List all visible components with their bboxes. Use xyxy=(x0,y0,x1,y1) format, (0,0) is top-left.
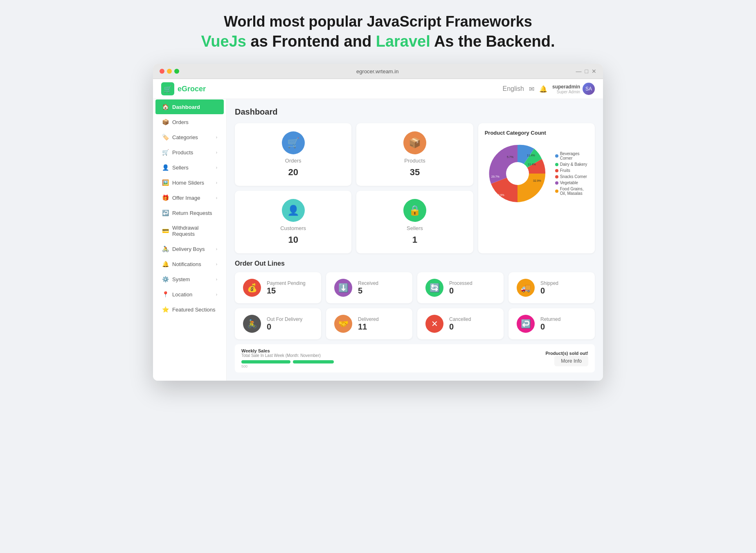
sidebar-item-dashboard[interactable]: 🏠 Dashboard xyxy=(155,99,224,114)
order-info: Cancelled 0 xyxy=(449,316,471,332)
order-info: Shipped 0 xyxy=(540,280,558,296)
svg-point-0 xyxy=(506,162,529,185)
sidebar-label: Offer Image xyxy=(172,195,200,201)
stat-card-orders: 🛒 Orders 20 xyxy=(235,123,351,186)
order-lines-row2: 🚴 Out For Delivery 0 🤝 Delivered 11 ✕ Ca… xyxy=(235,308,595,339)
stat-value: 10 xyxy=(288,235,298,245)
chevron-icon: › xyxy=(216,165,217,170)
dot-minimize[interactable] xyxy=(167,69,172,74)
stat-label: Products xyxy=(404,158,425,164)
browser-chrome: egrocer.wrteam.in — □ ✕ xyxy=(153,64,603,79)
sidebar-label: Home Sliders xyxy=(172,180,204,186)
order-card-shipped: 🚚 Shipped 0 xyxy=(509,272,595,303)
stat-card-customers: 👤 Customers 10 xyxy=(235,191,351,253)
sidebar-item-sellers[interactable]: 👤 Sellers › xyxy=(155,160,224,175)
order-icon: 🚴 xyxy=(243,315,261,333)
stat-icon: 👤 xyxy=(282,199,305,222)
stat-card-sellers: 🔒 Sellers 1 xyxy=(356,191,473,253)
order-icon: ↩️ xyxy=(517,315,535,333)
order-card-delivered: 🤝 Delivered 11 xyxy=(326,308,412,339)
svg-text:22.9%: 22.9% xyxy=(496,194,504,196)
sidebar-item-categories[interactable]: 🏷️ Categories › xyxy=(155,130,224,144)
more-info-button[interactable]: More Info xyxy=(554,356,588,366)
stat-label: Sellers xyxy=(407,225,423,231)
dot-close[interactable] xyxy=(160,69,164,74)
order-value: 0 xyxy=(540,322,560,332)
sidebar-label: Delivery Boys xyxy=(172,246,205,252)
bell-icon[interactable]: 🔔 xyxy=(539,85,547,93)
browser-dots xyxy=(160,69,179,74)
order-label: Cancelled xyxy=(449,316,471,322)
order-card-processed: 🔄 Processed 0 xyxy=(417,272,504,303)
order-icon: 🚚 xyxy=(517,279,535,297)
chevron-icon: › xyxy=(216,135,217,140)
sidebar-label: System xyxy=(172,276,190,282)
sidebar-item-delivery-boys[interactable]: 🚴 Delivery Boys › xyxy=(155,242,224,256)
products-sold-label: Product(s) sold out! xyxy=(419,351,588,356)
sidebar-icon: 🏷️ xyxy=(162,134,169,140)
chevron-icon: › xyxy=(216,262,217,266)
header-line1: World most popular JavaScript Frameworks xyxy=(201,12,555,32)
stat-label: Customers xyxy=(280,225,306,231)
order-label: Payment Pending xyxy=(267,280,306,286)
sidebar-item-home-sliders[interactable]: 🖼️ Home Sliders › xyxy=(155,175,224,190)
sidebar-icon: 👤 xyxy=(162,164,169,171)
order-icon: 🤝 xyxy=(334,315,352,333)
fullscreen-icon[interactable]: □ xyxy=(585,68,588,74)
user-badge: superadmin Super Admin SA xyxy=(552,83,595,95)
logo-area: 🛒 eGrocer xyxy=(161,82,206,95)
sidebar-icon: 📦 xyxy=(162,119,169,125)
chart-title: Product Category Count xyxy=(485,130,588,136)
order-info: Out For Delivery 0 xyxy=(267,316,302,332)
sidebar-label: Categories xyxy=(172,134,198,140)
weekly-bar-2 xyxy=(293,360,334,363)
stat-icon: 📦 xyxy=(403,131,426,154)
laravel-text: Laravel xyxy=(376,33,430,50)
sidebar-item-notifications[interactable]: 🔔 Notifications › xyxy=(155,257,224,271)
order-label: Processed xyxy=(449,280,473,286)
weekly-bar-1 xyxy=(241,360,290,363)
legend-item: Snacks Corner xyxy=(555,174,588,179)
sidebar-label: Withdrawal Requests xyxy=(172,225,217,237)
order-value: 0 xyxy=(449,322,471,332)
email-icon[interactable]: ✉ xyxy=(529,85,534,93)
sidebar-item-orders[interactable]: 📦 Orders xyxy=(155,115,224,129)
username: superadmin xyxy=(552,84,580,90)
dot-maximize[interactable] xyxy=(174,69,179,74)
sidebar-item-offer-image[interactable]: 🎁 Offer Image › xyxy=(155,190,224,205)
sidebar-label: Notifications xyxy=(172,261,201,267)
stat-label: Orders xyxy=(285,158,302,164)
sidebar-item-featured-sections[interactable]: ⭐ Featured Sections xyxy=(155,302,224,317)
sidebar-icon: 🖼️ xyxy=(162,179,169,186)
weekly-sales-label: Weekly Sales xyxy=(241,348,411,353)
sidebar-item-products[interactable]: 🛒 Products › xyxy=(155,145,224,160)
sidebar-icon: 🎁 xyxy=(162,194,169,201)
sidebar-label: Return Requests xyxy=(172,210,212,216)
sidebar-item-location[interactable]: 📍 Location › xyxy=(155,287,224,302)
page-header: World most popular JavaScript Frameworks… xyxy=(201,12,555,52)
header-end: As the Backend. xyxy=(430,33,555,50)
legend-item: Beverages Corner xyxy=(555,151,588,160)
weekly-sales-sub: Total Sale In Last Week (Month: November… xyxy=(241,353,411,358)
chart-card: Product Category Count xyxy=(478,123,595,253)
order-icon: ✕ xyxy=(425,315,443,333)
header-line2: VueJs as Frontend and Laravel As the Bac… xyxy=(201,32,555,52)
order-label: Received xyxy=(358,280,378,286)
browser-controls: — □ ✕ xyxy=(576,68,596,74)
svg-text:5.7%: 5.7% xyxy=(507,156,513,158)
close-icon[interactable]: ✕ xyxy=(592,68,596,74)
browser-url: egrocer.wrteam.in xyxy=(179,68,576,74)
sidebar-item-return-requests[interactable]: ↩️ Return Requests xyxy=(155,205,224,220)
chevron-icon: › xyxy=(216,292,217,297)
language-selector[interactable]: English xyxy=(503,85,524,93)
sidebar-item-withdrawal-requests[interactable]: 💳 Withdrawal Requests xyxy=(155,221,224,241)
sidebar-item-system[interactable]: ⚙️ System › xyxy=(155,272,224,287)
stat-value: 1 xyxy=(412,235,417,245)
order-card-received: ⬇️ Received 5 xyxy=(326,272,412,303)
minimize-icon[interactable]: — xyxy=(576,68,582,74)
stats-left: 🛒 Orders 20 📦 Products 35 👤 Customers 10… xyxy=(235,123,473,253)
svg-text:11.4%: 11.4% xyxy=(528,163,536,166)
sidebar-label: Dashboard xyxy=(172,104,200,110)
order-label: Delivered xyxy=(358,316,379,322)
order-lines-row1: 💰 Payment Pending 15 ⬇️ Received 5 🔄 Pro… xyxy=(235,272,595,303)
